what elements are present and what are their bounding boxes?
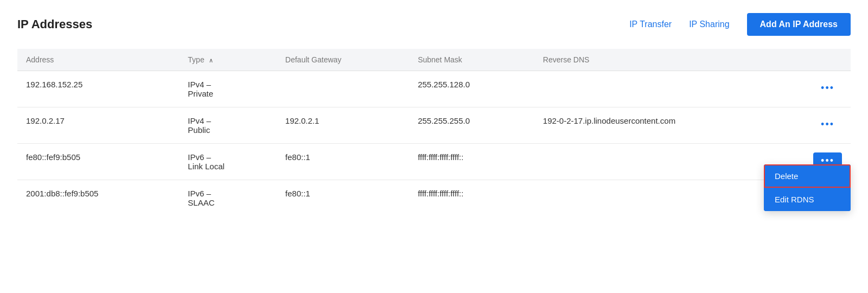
more-options-button[interactable]: ••• — [813, 116, 842, 132]
page-title: IP Addresses — [17, 17, 92, 31]
col-address: Address — [17, 49, 179, 71]
table-row: 192.168.152.25IPv4 – Private255.255.128.… — [17, 71, 851, 107]
cell-default-gateway — [277, 71, 409, 107]
table-row: 2001:db8::fef9:b505IPv6 – SLAACfe80::1ff… — [17, 180, 851, 216]
col-actions — [805, 49, 851, 71]
cell-address: 192.0.2.17 — [17, 107, 179, 144]
cell-subnet-mask: ffff:ffff:ffff:ffff:: — [409, 180, 534, 216]
cell-reverse-dns: 192-0-2-17.ip.linodeusercontent.com — [534, 107, 805, 144]
col-subnet-mask: Subnet Mask — [409, 49, 534, 71]
edit_rdns-button[interactable]: Edit RDNS — [764, 188, 851, 211]
cell-subnet-mask: 255.255.255.0 — [409, 107, 534, 144]
col-default-gateway: Default Gateway — [277, 49, 409, 71]
cell-address: fe80::fef9:b505 — [17, 144, 179, 180]
table-row: 192.0.2.17IPv4 – Public192.0.2.1255.255.… — [17, 107, 851, 144]
cell-reverse-dns — [534, 71, 805, 107]
delete-button[interactable]: Delete — [764, 164, 851, 188]
cell-action: ••• — [805, 71, 851, 107]
add-ip-address-button[interactable]: Add An IP Address — [747, 13, 851, 36]
page-container: IP Addresses IP Transfer IP Sharing Add … — [0, 0, 868, 293]
cell-action: ••• — [805, 107, 851, 144]
cell-type: IPv4 – Private — [179, 71, 276, 107]
sort-asc-icon: ∧ — [209, 57, 213, 64]
ip-transfer-link[interactable]: IP Transfer — [629, 20, 672, 29]
cell-action: •••DeleteEdit RDNS — [805, 144, 851, 180]
ip-sharing-link[interactable]: IP Sharing — [689, 20, 729, 29]
page-header: IP Addresses IP Transfer IP Sharing Add … — [17, 13, 851, 36]
header-actions: IP Transfer IP Sharing Add An IP Address — [629, 13, 851, 36]
table-header-row: Address Type ∧ Default Gateway Subnet Ma… — [17, 49, 851, 71]
table-row: fe80::fef9:b505IPv6 – Link Localfe80::1f… — [17, 144, 851, 180]
cell-type: IPv6 – SLAAC — [179, 180, 276, 216]
cell-default-gateway: fe80::1 — [277, 180, 409, 216]
col-reverse-dns: Reverse DNS — [534, 49, 805, 71]
cell-type: IPv6 – Link Local — [179, 144, 276, 180]
cell-subnet-mask: ffff:ffff:ffff:ffff:: — [409, 144, 534, 180]
cell-default-gateway: fe80::1 — [277, 144, 409, 180]
ip-addresses-table: Address Type ∧ Default Gateway Subnet Ma… — [17, 49, 851, 216]
cell-address: 2001:db8::fef9:b505 — [17, 180, 179, 216]
dropdown-menu: DeleteEdit RDNS — [764, 164, 851, 211]
cell-default-gateway: 192.0.2.1 — [277, 107, 409, 144]
col-type: Type ∧ — [179, 49, 276, 71]
more-options-button[interactable]: ••• — [813, 80, 842, 96]
cell-type: IPv4 – Public — [179, 107, 276, 144]
cell-subnet-mask: 255.255.128.0 — [409, 71, 534, 107]
cell-address: 192.168.152.25 — [17, 71, 179, 107]
